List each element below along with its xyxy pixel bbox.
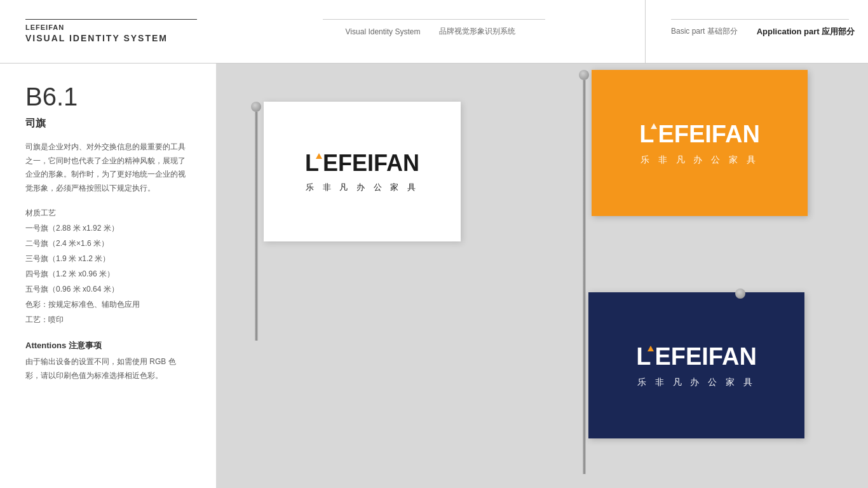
orange-flag: L EFEIFAN 乐 非 凡 办 公 家 具 xyxy=(592,70,808,216)
section-title: 司旗 xyxy=(25,117,191,130)
logo-rest-orange: EFEIFAN xyxy=(658,121,759,148)
spec-size-3: 三号旗（1.9 米 x1.2 米） xyxy=(25,251,191,266)
attentions-title: Attentions 注意事项 xyxy=(25,340,191,351)
spec-size-1: 一号旗（2.88 米 x1.92 米） xyxy=(25,220,191,236)
white-flag: L EFEIFAN 乐 非 凡 办 公 家 具 xyxy=(264,102,461,241)
spec-size-2: 二号旗（2.4 米×1.6 米） xyxy=(25,236,191,251)
pole-stick-white xyxy=(255,112,258,341)
logo-l-letter: L xyxy=(305,152,319,175)
nav-app-part: Application part 应用部分 xyxy=(757,26,855,37)
pole-ball-white xyxy=(251,102,261,112)
main-content: B6.1 司旗 司旗是企业对内、对外交换信息的最重要的工具之一，它同时也代表了企… xyxy=(0,64,868,488)
logo-white: L EFEIFAN 乐 非 凡 办 公 家 具 xyxy=(305,150,419,193)
white-flag-pole xyxy=(251,102,261,341)
white-flag-pole-assembly: L EFEIFAN 乐 非 凡 办 公 家 具 xyxy=(251,102,461,341)
brand-name-en: LEFEIFAN xyxy=(25,24,216,31)
header-center-line xyxy=(323,19,545,20)
pole-ball-navy-sphere xyxy=(735,288,745,299)
nav-vis-identity-en: Visual Identity System xyxy=(346,27,421,36)
brand-line-decoration xyxy=(25,19,197,20)
navy-flag-display: L EFEIFAN 乐 非 凡 办 公 家 具 xyxy=(588,292,804,438)
nav-vis-identity-cn: 品牌视觉形象识别系统 xyxy=(439,26,515,37)
spec-color: 色彩：按规定标准色、辅助色应用 xyxy=(25,297,191,312)
white-flag-assembly: L EFEIFAN 乐 非 凡 办 公 家 具 xyxy=(251,102,461,341)
pole-stick-orange xyxy=(583,80,586,474)
brand-subtitle: VISUAL IDENTITY SYSTEM xyxy=(25,33,168,43)
header: LEFEIFAN VISUAL IDENTITY SYSTEM Visual I… xyxy=(0,0,868,64)
section-code: B6.1 xyxy=(25,83,191,111)
spec-size-5: 五号旗（0.96 米 x0.64 米） xyxy=(25,281,191,297)
logo-cn-navy: 乐 非 凡 办 公 家 具 xyxy=(637,377,756,388)
logo-navy: L EFEIFAN 乐 非 凡 办 公 家 具 xyxy=(636,343,757,388)
logo-l-navy: L xyxy=(636,344,651,369)
logo-cn-white: 乐 非 凡 办 公 家 具 xyxy=(306,182,419,193)
attentions-description: 由于输出设备的设置不同，如需使用 RGB 色彩，请以印刷色值为标准选择相近色彩。 xyxy=(25,355,191,383)
spec-craft: 工艺：喷印 xyxy=(25,312,191,327)
navy-flag: L EFEIFAN 乐 非 凡 办 公 家 具 xyxy=(586,292,804,438)
left-panel: B6.1 司旗 司旗是企业对内、对外交换信息的最重要的工具之一，它同时也代表了企… xyxy=(0,64,216,488)
logo-rest-en: EFEIFAN xyxy=(323,150,419,177)
spec-list: 材质工艺 一号旗（2.88 米 x1.92 米） 二号旗（2.4 米×1.6 米… xyxy=(25,205,191,327)
pole-ball-orange xyxy=(579,70,589,80)
logo-text-en: L EFEIFAN xyxy=(305,150,419,177)
logo-l-orange: L xyxy=(639,122,654,146)
spec-size-4: 四号旗（1.2 米 x0.96 米） xyxy=(25,266,191,281)
pole-ball-navy xyxy=(735,288,745,299)
spec-material: 材质工艺 xyxy=(25,205,191,220)
brand-section: LEFEIFAN VISUAL IDENTITY SYSTEM xyxy=(0,19,216,44)
section-description: 司旗是企业对内、对外交换信息的最重要的工具之一，它同时也代表了企业的精神风貌，展… xyxy=(25,140,191,195)
logo-text-en-orange: L EFEIFAN xyxy=(639,121,760,148)
display-area: L EFEIFAN 乐 非 凡 办 公 家 具 xyxy=(216,64,868,488)
nav-basic-part: Basic part 基础部分 xyxy=(671,26,738,37)
logo-text-en-navy: L EFEIFAN xyxy=(636,343,757,370)
logo-orange: L EFEIFAN 乐 非 凡 办 公 家 具 xyxy=(639,121,760,166)
header-center-nav: Visual Identity System 品牌视觉形象识别系统 xyxy=(216,0,646,63)
logo-cn-orange: 乐 非 凡 办 公 家 具 xyxy=(641,154,759,166)
header-right-nav: Basic part 基础部分 Application part 应用部分 xyxy=(646,0,868,63)
logo-rest-navy: EFEIFAN xyxy=(654,343,756,370)
